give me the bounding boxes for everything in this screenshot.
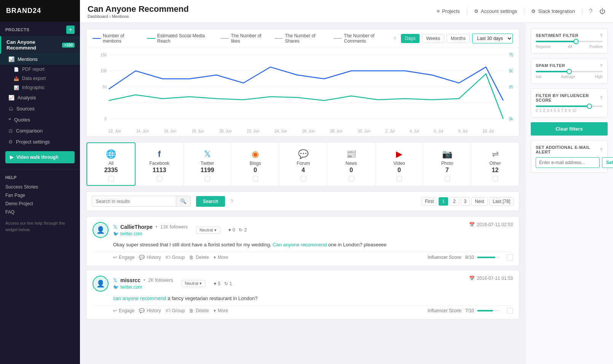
topnav-account-settings[interactable]: ⚙ Account settings bbox=[474, 8, 517, 14]
search-input[interactable] bbox=[92, 196, 176, 206]
topnav-projects[interactable]: ≡ Projects bbox=[437, 8, 460, 14]
twitter-icon: 𝕏 bbox=[204, 149, 211, 159]
sidebar-sub-export[interactable]: 📤 Data export bbox=[0, 74, 80, 83]
legend-mentions[interactable]: Number of mentions bbox=[93, 33, 141, 44]
source-all-name: All bbox=[109, 161, 113, 166]
chart-help-icon[interactable]: ? bbox=[394, 36, 396, 42]
topnav-slack[interactable]: ⚙ Slack Integration bbox=[531, 8, 575, 14]
video-walkthrough-button[interactable]: ▶ Video walk through bbox=[5, 151, 75, 163]
source-url-2[interactable]: twitter.com bbox=[120, 284, 142, 290]
sentiment-badge-1[interactable]: Neutral ▾ bbox=[196, 227, 220, 234]
period-months-btn[interactable]: Months bbox=[447, 34, 470, 43]
mention-checkbox-2[interactable] bbox=[507, 308, 513, 314]
sentiment-help-icon[interactable]: ? bbox=[600, 33, 603, 38]
help-link-demo[interactable]: Demo Project bbox=[5, 200, 75, 208]
source-twitter[interactable]: 𝕏 Twitter 1199 bbox=[184, 142, 231, 186]
sentiment-slider[interactable] bbox=[573, 39, 579, 44]
email-alert-help-icon[interactable]: ? bbox=[600, 147, 603, 152]
period-days-btn[interactable]: Days bbox=[401, 34, 420, 43]
engage-btn-1[interactable]: ↩ Engage bbox=[113, 255, 134, 260]
search-help-icon[interactable]: ? bbox=[230, 198, 233, 204]
pagination-page-3[interactable]: 3 bbox=[461, 197, 470, 206]
source-blogs[interactable]: ◉ Blogs 0 bbox=[231, 142, 279, 186]
group-btn-2[interactable]: 🏷 Group bbox=[166, 308, 185, 313]
mention-stats-2: ♥ 5 ↻ 1 bbox=[214, 281, 232, 286]
x-label-0: 12. Jun bbox=[109, 129, 121, 133]
username-1[interactable]: CallieThorpe bbox=[120, 224, 153, 230]
source-photo-check[interactable] bbox=[445, 176, 450, 181]
source-video[interactable]: ▶ Video 0 bbox=[375, 142, 423, 186]
sidebar-sub-infographic[interactable]: 📊 Infographic bbox=[0, 83, 80, 92]
history-btn-1[interactable]: 💬 History bbox=[139, 255, 161, 260]
source-all[interactable]: 🌐 All 2335 bbox=[86, 142, 136, 186]
source-other[interactable]: ⇌ Other 12 bbox=[471, 142, 519, 186]
sidebar-item-analysis[interactable]: 📈 Analysis bbox=[0, 92, 80, 103]
pagination-next[interactable]: Next bbox=[471, 197, 488, 206]
sentiment-badge-2[interactable]: Neutral ▾ bbox=[182, 280, 206, 287]
source-news-check[interactable] bbox=[349, 176, 354, 181]
legend-shares[interactable]: The Number of Shares bbox=[275, 33, 327, 44]
breadcrumb-home[interactable]: Dashboard bbox=[88, 14, 108, 19]
source-video-check[interactable] bbox=[397, 176, 402, 181]
source-facebook[interactable]: f Facebook 1113 bbox=[136, 142, 184, 186]
pagination-first[interactable]: First bbox=[421, 197, 437, 206]
group-btn-1[interactable]: 🏷 Group bbox=[166, 255, 185, 260]
pagination-page-2[interactable]: 2 bbox=[450, 197, 459, 206]
mention-header-2: 👤 𝕏 missrcc • 2K followers 🐦 t bbox=[93, 276, 513, 292]
source-forum[interactable]: 💬 Forum 4 bbox=[279, 142, 327, 186]
spam-help-icon[interactable]: ? bbox=[600, 63, 603, 68]
pagination-page-1[interactable]: 1 bbox=[439, 197, 448, 206]
mention-checkbox-1[interactable] bbox=[507, 254, 513, 260]
source-other-check[interactable] bbox=[493, 176, 498, 181]
source-all-check[interactable] bbox=[109, 176, 114, 181]
legend-reach[interactable]: Estimated Social Media Reach bbox=[147, 33, 215, 44]
sidebar-item-project-settings[interactable]: ⚙ Project settings bbox=[0, 136, 80, 147]
sidebar-item-quotes[interactable]: ❝ Quotes bbox=[0, 114, 80, 125]
influencer-help-icon[interactable]: ? bbox=[600, 96, 603, 100]
source-twitter-check[interactable] bbox=[205, 176, 210, 181]
chart-svg: 150 100 50 0 750k 500k 250k 0k bbox=[89, 51, 513, 127]
legend-likes[interactable]: The Number of likes bbox=[220, 33, 268, 44]
source-forum-check[interactable] bbox=[301, 176, 306, 181]
more-btn-2[interactable]: ▾ More bbox=[214, 308, 228, 313]
history-btn-2[interactable]: 💬 History bbox=[139, 308, 161, 313]
source-url-1[interactable]: twitter.com bbox=[120, 231, 142, 236]
legend-comments[interactable]: The Number of Comments bbox=[334, 33, 393, 44]
comparison-icon: ⚖ bbox=[8, 128, 13, 134]
sidebar-item-mentions[interactable]: 📊 Mentions bbox=[0, 54, 80, 65]
mention-date-1: 📅 2016-07-11 02:53 bbox=[469, 222, 513, 227]
search-icon-button[interactable]: 🔍 bbox=[176, 196, 190, 206]
current-project[interactable]: Can Anyone Recommend >100 bbox=[0, 36, 80, 54]
source-news[interactable]: 📰 News 0 bbox=[327, 142, 375, 186]
email-input[interactable] bbox=[536, 157, 600, 168]
sidebar-sub-pdf[interactable]: 📄 PDF report bbox=[0, 65, 80, 74]
sidebar-item-sources[interactable]: 🗂 Sources bbox=[0, 103, 80, 114]
date-range-select[interactable]: Last 30 days bbox=[472, 34, 513, 43]
source-photo[interactable]: 📷 Photo 7 bbox=[423, 142, 471, 186]
legend-comments-label: The Number of Comments bbox=[344, 33, 393, 44]
help-link-success[interactable]: Success Stories bbox=[5, 183, 75, 191]
search-button[interactable]: Search bbox=[196, 196, 225, 207]
power-icon[interactable]: ⏻ bbox=[599, 8, 605, 15]
clear-filters-button[interactable]: Clear filters bbox=[531, 122, 608, 136]
help-link-fanpage[interactable]: Fan Page bbox=[5, 191, 75, 200]
engage-btn-2[interactable]: ↩ Engage bbox=[113, 308, 134, 313]
spam-slider[interactable] bbox=[567, 69, 572, 74]
pagination-last[interactable]: Last [78] bbox=[489, 197, 514, 206]
username-2[interactable]: missrcc bbox=[120, 277, 140, 283]
set-email-button[interactable]: Set bbox=[602, 157, 613, 168]
help-link-faq[interactable]: FAQ bbox=[5, 208, 75, 216]
likes-stat-1: ♥ 0 bbox=[228, 227, 235, 233]
period-weeks-btn[interactable]: Weeks bbox=[422, 34, 444, 43]
sentiment-negative-label: Negative bbox=[536, 45, 551, 49]
help-question-icon[interactable]: ? bbox=[589, 8, 592, 15]
source-blogs-check[interactable] bbox=[253, 176, 258, 181]
influencer-slider[interactable] bbox=[587, 104, 592, 109]
delete-btn-2[interactable]: 🗑 Delete bbox=[189, 308, 209, 313]
more-btn-1[interactable]: ▾ More bbox=[214, 255, 228, 260]
sidebar-item-comparison[interactable]: ⚖ Comparison bbox=[0, 125, 80, 136]
score-fill-2 bbox=[477, 310, 493, 311]
delete-btn-1[interactable]: 🗑 Delete bbox=[189, 255, 209, 260]
source-facebook-check[interactable] bbox=[157, 176, 162, 181]
add-project-button[interactable]: + bbox=[66, 26, 75, 34]
